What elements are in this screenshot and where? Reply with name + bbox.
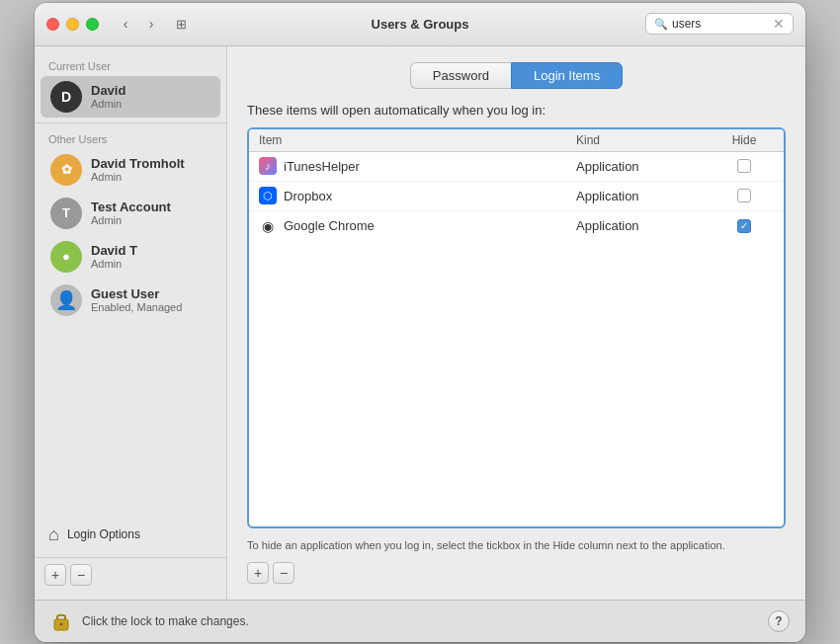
table-row[interactable]: ⬡ Dropbox Application (249, 182, 784, 211)
kind-chrome: Application (576, 218, 714, 233)
checkbox-dropbox[interactable] (737, 189, 751, 202)
table-header: Item Kind Hide (249, 129, 784, 152)
user-item-david-t[interactable]: ● David T Admin (41, 236, 220, 278)
help-button[interactable]: ? (768, 610, 790, 632)
grid-button[interactable]: ⊞ (170, 13, 192, 35)
traffic-lights (46, 18, 99, 31)
user-role-guest: Enabled, Managed (91, 301, 210, 313)
titlebar: ‹ › ⊞ Users & Groups 🔍 ✕ (35, 3, 805, 46)
other-users-label: Other Users (35, 127, 226, 148)
minimize-button[interactable] (66, 18, 79, 31)
user-info-test-account: Test Account Admin (91, 200, 210, 226)
tab-password[interactable]: Password (410, 62, 511, 89)
hide-cell-dropbox (714, 189, 774, 202)
col-kind: Kind (576, 133, 714, 147)
itunes-icon: ♪ (259, 157, 277, 175)
table-row[interactable]: ◉ Google Chrome Application ✓ (249, 211, 784, 241)
current-user-info: David Admin (91, 83, 210, 110)
user-info-david-tromholt: David Tromholt Admin (91, 156, 210, 183)
home-icon: ⌂ (48, 524, 59, 545)
user-item-guest[interactable]: 👤 Guest User Enabled, Managed (41, 280, 220, 321)
avatar-david-t: ● (50, 241, 82, 273)
item-cell-dropbox: ⬡ Dropbox (259, 187, 576, 204)
svg-point-1 (60, 622, 63, 625)
current-user-item[interactable]: D David Admin (41, 76, 220, 118)
description-text: These items will open automatically when… (247, 103, 786, 118)
lock-text: Click the lock to make changes. (82, 614, 758, 628)
checkbox-chrome[interactable]: ✓ (737, 219, 751, 233)
sidebar: Current User D David Admin Other Users ✿… (35, 46, 227, 600)
user-info-david-t: David T Admin (91, 243, 210, 270)
avatar-david-tromholt: ✿ (50, 154, 82, 186)
table-row[interactable]: ♪ iTunesHelper Application (249, 152, 784, 182)
main-content: Password Login Items These items will op… (227, 46, 805, 600)
tab-bar: Password Login Items (247, 62, 786, 89)
avatar-guest: 👤 (50, 284, 82, 316)
user-info-guest: Guest User Enabled, Managed (91, 286, 210, 313)
content: Current User D David Admin Other Users ✿… (35, 46, 805, 600)
bottom-bar: Click the lock to make changes. ? (35, 600, 805, 642)
item-cell-chrome: ◉ Google Chrome (259, 217, 576, 235)
maximize-button[interactable] (86, 18, 99, 31)
item-cell-itunes: ♪ iTunesHelper (259, 157, 576, 175)
user-name-test-account: Test Account (91, 200, 210, 214)
bottom-actions: + − (247, 562, 786, 584)
hint-text: To hide an application when you log in, … (247, 538, 786, 553)
user-item-david-tromholt[interactable]: ✿ David Tromholt Admin (41, 149, 220, 191)
dropbox-icon: ⬡ (259, 187, 277, 204)
nav-buttons: ‹ › (115, 13, 162, 35)
user-role-test-account: Admin (91, 214, 210, 226)
sidebar-spacer (35, 322, 226, 517)
user-item-test-account[interactable]: T Test Account Admin (41, 193, 220, 234)
search-input[interactable] (672, 17, 769, 31)
current-user-role: Admin (91, 98, 210, 110)
search-box: 🔍 ✕ (645, 13, 794, 35)
search-clear-button[interactable]: ✕ (773, 17, 785, 31)
chrome-icon: ◉ (259, 217, 277, 235)
item-name-dropbox: Dropbox (284, 189, 332, 203)
col-hide: Hide (714, 133, 774, 147)
forward-button[interactable]: › (140, 13, 162, 35)
tab-login-items[interactable]: Login Items (511, 62, 623, 89)
close-button[interactable] (46, 18, 59, 31)
lock-icon[interactable] (50, 610, 72, 632)
search-icon: 🔍 (654, 18, 668, 31)
add-item-button[interactable]: + (247, 562, 269, 584)
current-user-name: David (91, 83, 210, 98)
remove-user-button[interactable]: − (70, 564, 92, 586)
login-options-label: Login Options (67, 527, 140, 541)
avatar-test-account: T (50, 198, 82, 229)
current-user-label: Current User (35, 54, 226, 75)
item-name-itunes: iTunesHelper (284, 159, 360, 174)
hide-cell-chrome: ✓ (714, 219, 774, 233)
current-user-avatar: D (50, 81, 82, 113)
login-items-table: Item Kind Hide ♪ iTunesHelper Applicatio… (247, 127, 786, 529)
table-body: ♪ iTunesHelper Application ⬡ Dropbox (249, 152, 784, 521)
login-options-button[interactable]: ⌂ Login Options (35, 517, 226, 553)
user-name-david-t: David T (91, 243, 210, 258)
sidebar-divider (35, 122, 226, 123)
add-user-button[interactable]: + (44, 564, 66, 586)
user-name-david-tromholt: David Tromholt (91, 156, 210, 171)
hide-cell-itunes (714, 159, 774, 173)
kind-dropbox: Application (576, 189, 714, 203)
item-name-chrome: Google Chrome (284, 218, 375, 233)
remove-item-button[interactable]: − (273, 562, 294, 584)
checkbox-itunes[interactable] (737, 159, 751, 173)
window: ‹ › ⊞ Users & Groups 🔍 ✕ Current User D … (35, 3, 805, 642)
sidebar-actions: + − (35, 557, 226, 592)
user-name-guest: Guest User (91, 286, 210, 301)
user-role-david-tromholt: Admin (91, 171, 210, 183)
back-button[interactable]: ‹ (115, 13, 136, 35)
window-title: Users & Groups (372, 17, 469, 32)
user-role-david-t: Admin (91, 258, 210, 270)
kind-itunes: Application (576, 159, 714, 174)
col-item: Item (259, 133, 576, 147)
